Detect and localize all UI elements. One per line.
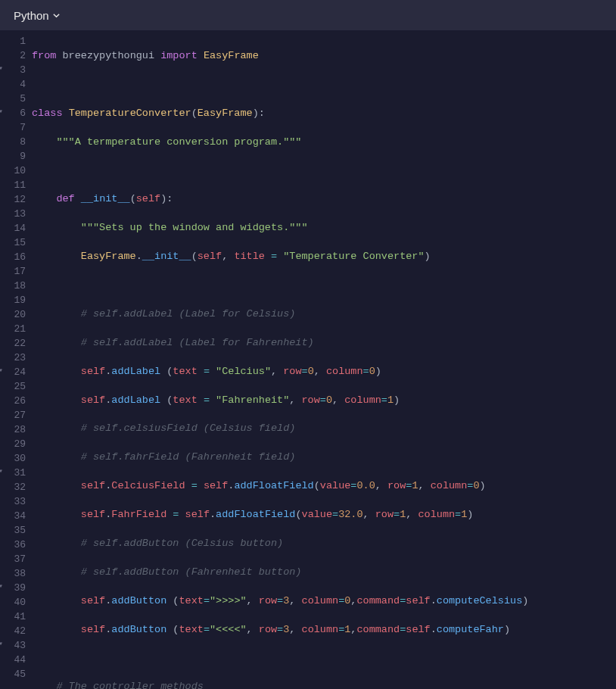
language-selector[interactable]: Python: [14, 8, 61, 23]
line-number: 5: [0, 92, 32, 107]
line-number: 39▾: [0, 581, 32, 596]
line-number: 45: [0, 668, 32, 682]
line-number: 6▾: [0, 107, 32, 121]
line-number: 30: [0, 452, 32, 466]
line-number: 14: [0, 222, 32, 236]
line-number: 12: [0, 193, 32, 207]
line-number: 38: [0, 567, 32, 581]
line-number: 11: [0, 179, 32, 193]
line-number: 41: [0, 610, 32, 625]
line-number: 2: [0, 49, 32, 64]
line-number: 27: [0, 409, 32, 423]
line-number: 42: [0, 625, 32, 639]
line-number: 36: [0, 538, 32, 553]
line-number: 1: [0, 35, 32, 49]
line-number: 40: [0, 596, 32, 610]
line-number: 22: [0, 337, 32, 351]
line-number: 20: [0, 308, 32, 323]
line-number: 15: [0, 236, 32, 251]
line-number: 26: [0, 394, 32, 409]
fold-arrow-icon[interactable]: ▾: [0, 639, 3, 650]
line-number: 7: [0, 121, 32, 136]
editor-header: Python: [0, 0, 616, 30]
fold-arrow-icon[interactable]: ▾: [0, 581, 3, 592]
line-number: 44: [0, 653, 32, 668]
line-number: 13: [0, 207, 32, 222]
line-number: 31▾: [0, 466, 32, 481]
line-number: 34: [0, 510, 32, 524]
line-number: 18: [0, 279, 32, 294]
chevron-down-icon: [52, 8, 61, 23]
line-number: 35: [0, 524, 32, 538]
line-number: 21: [0, 323, 32, 337]
line-number: 29: [0, 438, 32, 452]
code-editor[interactable]: 123▾456▾78910111213141516171819202122232…: [0, 30, 616, 689]
line-number: 23: [0, 351, 32, 366]
line-number: 9: [0, 150, 32, 164]
line-number: 28: [0, 423, 32, 438]
line-number: 3▾: [0, 64, 32, 78]
fold-arrow-icon[interactable]: ▾: [0, 64, 3, 74]
fold-arrow-icon[interactable]: ▾: [0, 107, 3, 117]
line-number: 43▾: [0, 639, 32, 653]
line-number: 16: [0, 251, 32, 265]
fold-arrow-icon[interactable]: ▾: [0, 466, 3, 477]
line-number: 4: [0, 78, 32, 92]
line-number: 24▾: [0, 366, 32, 380]
line-number: 32: [0, 481, 32, 495]
line-number: 25: [0, 380, 32, 394]
language-label: Python: [14, 9, 49, 22]
fold-arrow-icon[interactable]: ▾: [0, 366, 3, 376]
line-number: 33: [0, 495, 32, 510]
line-number: 17: [0, 265, 32, 279]
code-content[interactable]: from breezypythongui import EasyFrame cl…: [32, 35, 616, 689]
line-number: 10: [0, 164, 32, 179]
line-number-gutter: 123▾456▾78910111213141516171819202122232…: [0, 35, 32, 689]
line-number: 19: [0, 294, 32, 308]
line-number: 8: [0, 136, 32, 150]
line-number: 37: [0, 553, 32, 567]
